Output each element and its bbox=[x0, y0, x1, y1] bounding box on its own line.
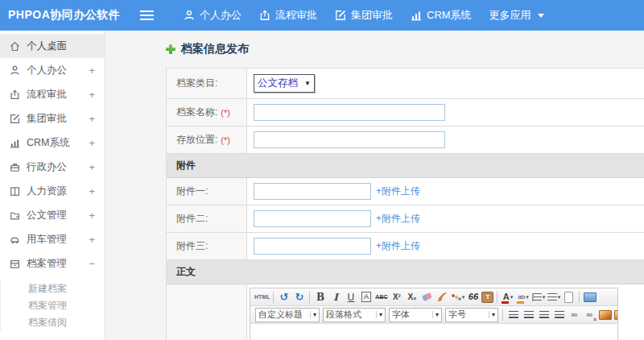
icon-glyph: X² bbox=[393, 293, 401, 301]
icon-glyph: ↻ bbox=[295, 292, 304, 302]
sidebar-item-hr[interactable]: 人力资源 + bbox=[0, 179, 105, 203]
icon-glyph: ∞ bbox=[572, 310, 578, 319]
nav-workflow-approval[interactable]: 流程审批 bbox=[250, 0, 326, 31]
expand-toggle[interactable]: + bbox=[89, 209, 95, 222]
menu-toggle-icon[interactable] bbox=[140, 10, 154, 20]
custom-title-select[interactable]: 自定义标题▾ bbox=[255, 308, 320, 322]
pagebreak-icon[interactable]: T bbox=[481, 292, 493, 303]
storage-location-input[interactable] bbox=[254, 131, 445, 148]
storage-location-label: 存放位置: bbox=[176, 133, 217, 147]
attachment1-label: 附件一: bbox=[167, 178, 247, 205]
nav-more-apps[interactable]: 更多应用 bbox=[481, 0, 553, 31]
font-color-icon[interactable]: A▾ bbox=[501, 290, 514, 305]
highlight-color-icon[interactable]: ab▾ bbox=[516, 290, 530, 305]
align-right-icon[interactable] bbox=[537, 308, 551, 322]
sidebar-item-archive-mgmt[interactable]: 档案管理 − bbox=[0, 251, 105, 276]
paragraph-format-select[interactable]: 段落格式▾ bbox=[323, 308, 386, 322]
editor-toolbar-row1: HTML↺↻BIUAABCX²X₂▾66TA▾ab▾▾▾ bbox=[250, 288, 617, 306]
app-logo[interactable]: PHPOA协同办公软件 bbox=[0, 8, 140, 23]
sidebar-subitem-archive-mgmt[interactable]: 档案管理 bbox=[0, 297, 105, 314]
format-brush-icon[interactable] bbox=[436, 290, 449, 305]
page-title-bar: 档案信息发布 bbox=[105, 31, 644, 68]
sidebar-item-crm[interactable]: CRM系统 + bbox=[0, 131, 105, 155]
icon-glyph: ↺ bbox=[280, 292, 289, 302]
expand-toggle[interactable]: + bbox=[89, 185, 95, 197]
attachment2-row: 附件二: +附件上传 bbox=[167, 205, 644, 233]
image-upload-icon[interactable] bbox=[613, 308, 617, 322]
toolbar-separator bbox=[579, 292, 580, 303]
italic-icon[interactable]: I bbox=[328, 290, 342, 305]
archive-name-row: 档案名称: (*) bbox=[167, 99, 644, 126]
expand-toggle[interactable]: + bbox=[89, 113, 95, 125]
archive-icon bbox=[10, 259, 20, 269]
nav-crm[interactable]: CRM系统 bbox=[402, 0, 481, 31]
attachment2-upload-link[interactable]: +附件上传 bbox=[376, 212, 420, 226]
nav-personal-office[interactable]: 个人办公 bbox=[175, 0, 250, 31]
editor-content[interactable] bbox=[250, 324, 617, 340]
expand-toggle[interactable]: + bbox=[89, 161, 95, 173]
expand-toggle[interactable]: + bbox=[89, 234, 95, 246]
sidebar-item-label: 集团审批 bbox=[27, 112, 67, 126]
paint-format-icon[interactable]: ▾ bbox=[451, 290, 464, 305]
blockquote-icon[interactable]: 66 bbox=[466, 290, 480, 305]
align-left-icon[interactable] bbox=[506, 308, 520, 322]
sidebar-item-group-approval[interactable]: 集团审批 + bbox=[0, 106, 105, 131]
caret-down-icon: ▾ bbox=[510, 294, 514, 301]
person-icon bbox=[10, 65, 20, 76]
font-size-select[interactable]: 字号▾ bbox=[445, 308, 498, 322]
align-center-icon[interactable] bbox=[522, 308, 535, 322]
sidebar-item-label: 个人办公 bbox=[27, 64, 67, 77]
sidebar-item-admin-office[interactable]: 行政办公 + bbox=[0, 155, 105, 179]
archive-form: 档案类目: 公文存档 ▼ 档案名称: (*) 存放位置: bbox=[166, 68, 644, 340]
collapse-toggle[interactable]: − bbox=[89, 258, 95, 270]
expand-toggle[interactable]: + bbox=[89, 64, 95, 77]
attachment2-input[interactable] bbox=[254, 210, 371, 227]
archive-category-label: 档案类目: bbox=[167, 68, 247, 98]
sidebar-item-workflow-approval[interactable]: 流程审批 + bbox=[0, 82, 105, 106]
expand-toggle[interactable]: + bbox=[89, 137, 95, 149]
ordered-list-icon[interactable]: ▾ bbox=[531, 290, 545, 305]
sidebar-item-personal-office[interactable]: 个人办公 + bbox=[0, 58, 105, 82]
bold-icon[interactable]: B bbox=[313, 290, 327, 305]
new-page-icon[interactable] bbox=[562, 290, 576, 305]
eraser-icon[interactable] bbox=[420, 290, 434, 305]
attachment3-input[interactable] bbox=[254, 238, 371, 255]
align-justify-icon[interactable] bbox=[552, 308, 566, 322]
top-nav: 个人办公 流程审批 集团审批 CRM系统 更多应用 bbox=[175, 0, 553, 31]
attachment1-upload-link[interactable]: +附件上传 bbox=[376, 185, 420, 198]
html-source-icon[interactable]: HTML bbox=[254, 290, 270, 305]
plus-icon bbox=[166, 44, 175, 54]
attachment3-upload-link[interactable]: +附件上传 bbox=[376, 239, 420, 253]
image-icon[interactable] bbox=[598, 308, 612, 322]
sidebar-subitem-new-archive[interactable]: 新建档案 bbox=[0, 280, 105, 297]
sidebar-submenu-archive: 新建档案 档案管理 档案借阅 bbox=[0, 280, 105, 331]
char-border-icon[interactable]: A bbox=[359, 290, 373, 305]
superscript-icon[interactable]: X² bbox=[390, 290, 403, 305]
sidebar-item-document-mgmt[interactable]: 公文管理 + bbox=[0, 203, 105, 227]
font-family-select[interactable]: 字体▾ bbox=[389, 308, 442, 322]
underline-icon[interactable]: U bbox=[344, 290, 357, 305]
redo-icon[interactable]: ↻ bbox=[292, 290, 306, 305]
caret-down-icon: ▾ bbox=[489, 311, 495, 318]
required-mark: (*) bbox=[221, 135, 230, 145]
sidebar-subitem-archive-borrow[interactable]: 档案借阅 bbox=[0, 314, 105, 331]
sidebar: 个人桌面 个人办公 + 流程审批 + 集团审批 + CRM系统 + 行政办公 + bbox=[0, 31, 105, 340]
subscript-icon[interactable]: X₂ bbox=[405, 290, 419, 305]
nav-group-approval[interactable]: 集团审批 bbox=[326, 0, 402, 31]
sidebar-item-label: 个人桌面 bbox=[27, 39, 67, 53]
rich-text-editor: HTML↺↻BIUAABCX²X₂▾66TA▾ab▾▾▾ 自定义标题▾段落格式▾… bbox=[250, 288, 618, 340]
expand-toggle[interactable]: + bbox=[89, 89, 95, 101]
archive-category-select[interactable]: 公文存档 ▼ bbox=[254, 74, 315, 93]
unlink-icon[interactable]: ∞ bbox=[583, 308, 597, 322]
archive-name-input[interactable] bbox=[254, 104, 445, 121]
unordered-list-icon[interactable]: ▾ bbox=[547, 290, 560, 305]
sidebar-item-vehicle-mgmt[interactable]: 用车管理 + bbox=[0, 227, 105, 251]
link-icon[interactable]: ∞ bbox=[568, 308, 581, 322]
sidebar-item-desktop[interactable]: 个人桌面 bbox=[0, 34, 105, 58]
attachment1-input[interactable] bbox=[254, 183, 371, 200]
undo-icon[interactable]: ↺ bbox=[277, 290, 291, 305]
icon-glyph: A bbox=[503, 292, 510, 301]
nav-label: 个人办公 bbox=[200, 8, 242, 23]
fullscreen-icon[interactable] bbox=[583, 290, 597, 305]
strikethrough-icon[interactable]: ABC bbox=[374, 290, 388, 305]
